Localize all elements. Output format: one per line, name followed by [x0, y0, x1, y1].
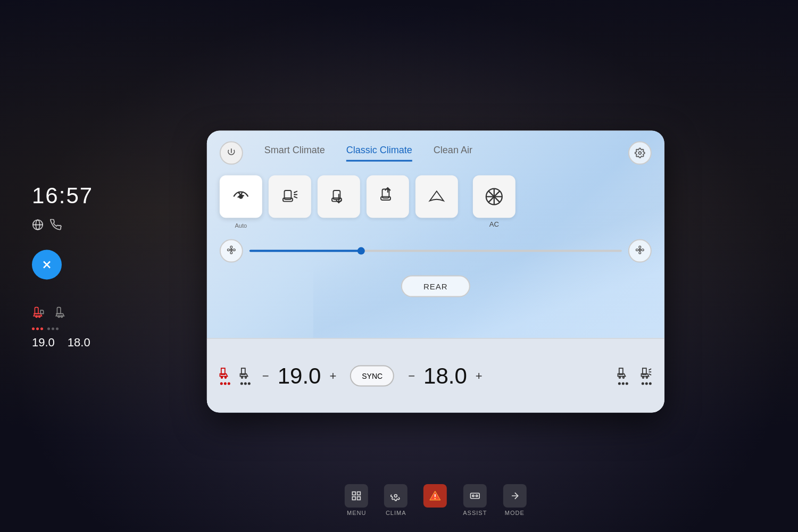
fan-slider-thumb [358, 247, 365, 255]
left-seat-row [32, 306, 90, 323]
phone-icon [50, 219, 62, 234]
left-seat-control[interactable] [238, 367, 253, 385]
svg-point-10 [638, 152, 641, 154]
svg-point-8 [61, 315, 62, 317]
mode-icon [503, 484, 526, 508]
fan-right-button[interactable] [628, 239, 652, 263]
screen-content: Auto [207, 165, 664, 308]
tab-bar: Smart Climate Classic Climate Clean Air [254, 145, 618, 162]
airflow-down-button[interactable] [318, 176, 360, 218]
svg-point-52 [476, 495, 477, 496]
close-button[interactable] [32, 250, 62, 280]
svg-rect-45 [358, 497, 361, 500]
hazard-icon [423, 484, 447, 508]
svg-point-7 [58, 315, 60, 317]
left-temp-value: 19.0 [278, 363, 321, 388]
left-temp-control: − 19.0 + [260, 363, 338, 388]
airflow-up-button[interactable] [367, 176, 409, 218]
screen-power-button[interactable] [220, 142, 243, 165]
status-icons [32, 219, 62, 234]
svg-point-37 [643, 377, 644, 378]
left-seat-heat-icon [32, 306, 46, 323]
right-control-buttons: AC [473, 176, 516, 228]
right-temp-value: 18.0 [423, 363, 467, 388]
svg-point-51 [472, 495, 474, 496]
menu-label: MENU [347, 510, 366, 516]
svg-rect-42 [353, 492, 356, 495]
right-seat-control[interactable] [616, 367, 630, 385]
svg-point-49 [435, 498, 436, 499]
assist-button[interactable]: ASSIST [463, 484, 487, 516]
right-temp-minus[interactable]: − [406, 369, 417, 383]
main-screen: Smart Climate Classic Climate Clean Air [207, 131, 664, 413]
windshield-button[interactable] [415, 176, 458, 218]
auto-button[interactable] [220, 176, 262, 218]
left-seat-heat-control[interactable] [218, 367, 232, 385]
clima-label: CLIMA [386, 510, 406, 516]
clima-icon [384, 484, 408, 508]
svg-point-32 [225, 377, 227, 378]
left-temp-display: 19.0 [32, 336, 55, 350]
svg-point-31 [221, 377, 223, 378]
ac-control-group: AC [473, 176, 516, 228]
right-temp-control: − 18.0 + [406, 363, 484, 388]
climate-buttons-row: Auto [220, 176, 652, 229]
physical-buttons-row: MENU CLIMA ASSIST [207, 484, 664, 516]
mode-button[interactable]: MODE [503, 484, 526, 516]
rear-section: REAR [220, 276, 652, 297]
svg-point-35 [619, 377, 621, 378]
ac-button[interactable] [473, 176, 516, 218]
time-display: 16:57 [32, 183, 93, 209]
svg-point-34 [245, 377, 247, 378]
svg-point-46 [395, 495, 397, 497]
fan-speed-slider[interactable] [250, 250, 622, 252]
svg-point-6 [38, 315, 40, 317]
menu-button[interactable]: MENU [345, 484, 368, 516]
svg-rect-44 [353, 497, 356, 500]
ac-label: AC [489, 220, 499, 228]
assist-icon [463, 484, 487, 508]
svg-line-41 [649, 374, 651, 375]
svg-point-38 [646, 377, 648, 378]
mode-label: MODE [505, 510, 525, 516]
left-panel: 16:57 [32, 183, 93, 350]
tab-clean-air[interactable]: Clean Air [434, 145, 472, 162]
tab-classic-climate[interactable]: Classic Climate [346, 145, 412, 162]
svg-point-5 [36, 315, 37, 317]
right-temp-display: 18.0 [68, 336, 90, 350]
tab-smart-climate[interactable]: Smart Climate [264, 145, 325, 162]
right-temp-plus[interactable]: + [473, 369, 485, 383]
svg-rect-43 [358, 492, 361, 495]
svg-point-36 [623, 377, 625, 378]
svg-line-39 [649, 369, 651, 370]
clima-button[interactable]: CLIMA [384, 484, 408, 516]
seat-ventilation-button[interactable] [269, 176, 311, 218]
menu-icon [345, 484, 368, 508]
screen-header: Smart Climate Classic Climate Clean Air [207, 131, 664, 165]
left-temp-plus[interactable]: + [327, 369, 338, 383]
bottom-temperature-bar: − 19.0 + SYNC − 18.0 + [207, 338, 664, 413]
right-seat-heat-control[interactable] [639, 367, 654, 385]
fan-speed-icon[interactable] [220, 239, 243, 263]
fan-speed-row [220, 239, 652, 263]
settings-button[interactable] [628, 142, 652, 165]
left-temp-minus[interactable]: − [260, 369, 271, 383]
globe-icon [32, 219, 44, 234]
left-seat-heat2-icon [54, 306, 68, 323]
sync-button[interactable]: SYNC [350, 365, 394, 386]
right-seat-controls [616, 367, 654, 385]
assist-label: ASSIST [463, 510, 487, 516]
hazard-button[interactable] [423, 484, 447, 516]
auto-button-label: Auto [235, 222, 247, 229]
left-climate-status: 19.0 18.0 [32, 306, 90, 350]
rear-button[interactable]: REAR [401, 276, 470, 297]
svg-point-33 [242, 377, 243, 378]
